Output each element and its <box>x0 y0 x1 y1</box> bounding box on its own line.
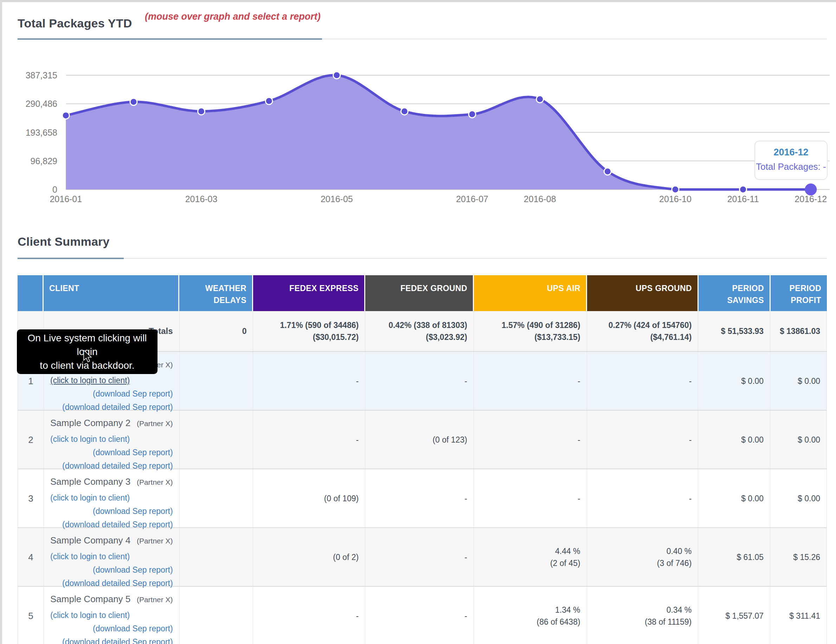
cell-weather <box>180 469 253 527</box>
x-axis-tick: 2016-12 <box>782 194 836 204</box>
download-report-link[interactable]: (download Sep report) <box>93 563 173 577</box>
cell-ups_ground: - <box>587 352 699 410</box>
column-header-ups_ground: UPS GROUND <box>587 275 699 311</box>
cell-fedex_express: - <box>253 352 365 410</box>
chart-title-divider-accent <box>18 38 322 40</box>
cell-period_profit: $ 13861.03 <box>770 311 826 351</box>
chart-tooltip-value: Total Packages: - <box>755 161 827 172</box>
cell-fedex_express: - <box>253 587 365 644</box>
client-partner: (Partner X) <box>137 416 173 431</box>
cell-fedex_ground: - <box>365 352 474 410</box>
client-partner: (Partner X) <box>137 592 173 607</box>
cell-ups_air: - <box>474 469 587 527</box>
login-link[interactable]: (click to login to client) <box>50 491 130 504</box>
data-point[interactable] <box>130 98 137 106</box>
data-point[interactable] <box>333 72 340 79</box>
client-summary-title: Client Summary <box>18 235 110 248</box>
data-point[interactable] <box>265 97 273 104</box>
y-axis-tick: 96,829 <box>7 156 57 166</box>
client-name: Sample Company 4 <box>50 533 131 548</box>
cell-weather: 0 <box>180 311 253 351</box>
download-detailed-report-link[interactable]: (download detailed Sep report) <box>62 635 173 644</box>
cell-client: Sample Company 4(Partner X)(click to log… <box>44 528 180 586</box>
cell-ups_ground: 0.27% (424 of 154760) ($4,761.14) <box>587 311 699 351</box>
row-number: 4 <box>18 528 44 586</box>
cell-ups_ground: 0.34 % (38 of 11159) <box>587 587 699 644</box>
x-axis-tick: 2016-07 <box>444 194 500 204</box>
login-link[interactable]: (click to login to client) <box>50 374 130 387</box>
cell-client: Sample Company 5(Partner X)(click to log… <box>44 587 180 644</box>
cell-period_profit: $ 0.00 <box>770 352 826 410</box>
column-header-period_savings: PERIOD SAVINGS <box>699 275 771 311</box>
data-point[interactable] <box>604 168 611 175</box>
x-axis-tick: 2016-08 <box>512 194 568 204</box>
table-row: 2Sample Company 2(Partner X)(click to lo… <box>18 410 827 469</box>
series-line <box>66 75 811 189</box>
login-link[interactable]: (click to login to client) <box>50 432 130 446</box>
client-name: Sample Company 3 <box>50 474 131 489</box>
data-point[interactable] <box>537 96 544 103</box>
data-point[interactable] <box>469 111 476 118</box>
column-header-client: CLIENT <box>44 275 179 311</box>
data-point[interactable] <box>740 186 747 193</box>
x-axis-tick: 2016-11 <box>715 194 771 204</box>
y-axis-tick: 193,658 <box>7 127 57 138</box>
data-point[interactable] <box>62 112 69 119</box>
cell-period_savings: $ 0.00 <box>698 469 770 527</box>
cell-fedex_express: (0 of 109) <box>253 469 365 527</box>
cell-fedex_ground: 0.42% (338 of 81303) ($3,023.92) <box>365 311 474 351</box>
download-report-link[interactable]: (download Sep report) <box>93 622 173 635</box>
column-header-weather: WEATHER DELAYS <box>179 275 253 311</box>
cell-fedex_ground: - <box>365 528 474 586</box>
data-point[interactable] <box>672 186 679 193</box>
login-link[interactable]: (click to login to client) <box>50 608 130 622</box>
download-report-link[interactable]: (download Sep report) <box>93 446 173 459</box>
chart-instruction-note: (mouse over graph and select a report) <box>145 11 321 22</box>
chart-section-title: Total Packages YTD <box>18 16 132 30</box>
cell-ups_air: 4.44 % (2 of 45) <box>474 528 587 586</box>
x-axis-tick: 2016-05 <box>309 194 365 204</box>
cell-period_savings: $ 0.00 <box>698 411 770 469</box>
cell-fedex_ground: - <box>365 469 474 527</box>
cell-period_profit: $ 311.41 <box>770 587 826 644</box>
y-axis-tick: 290,486 <box>7 99 57 109</box>
cell-fedex_ground: (0 of 123) <box>365 411 474 469</box>
x-axis-tick: 2016-10 <box>647 194 704 204</box>
client-name: Sample Company 2 <box>50 416 131 430</box>
chart-tooltip-date: 2016-12 <box>755 147 827 158</box>
cell-fedex_express: 1.71% (590 of 34486) ($30,015.72) <box>253 311 365 351</box>
cell-period_savings: $ 1,557.07 <box>698 587 770 644</box>
data-point[interactable] <box>805 184 816 196</box>
column-header-num <box>18 275 44 311</box>
client-summary-divider <box>18 258 827 259</box>
cell-client: Sample Company 2(Partner X)(click to log… <box>44 411 180 469</box>
column-header-ups_air: UPS AIR <box>474 275 587 311</box>
cell-fedex_express: - <box>253 411 365 469</box>
data-point[interactable] <box>198 108 205 115</box>
column-header-period_profit: PERIOD PROFIT <box>771 275 827 311</box>
download-report-link[interactable]: (download Sep report) <box>93 504 173 518</box>
cell-period_profit: $ 0.00 <box>770 411 826 469</box>
data-point[interactable] <box>401 108 408 115</box>
x-axis-tick: 2016-03 <box>173 194 230 204</box>
column-header-fedex_express: FEDEX EXPRESS <box>253 275 365 311</box>
cell-weather <box>180 528 253 586</box>
column-header-fedex_ground: FEDEX GROUND <box>365 275 474 311</box>
chart-tooltip: 2016-12 Total Packages: - <box>754 140 828 180</box>
download-report-link[interactable]: (download Sep report) <box>93 387 173 400</box>
row-number: 3 <box>18 469 44 527</box>
window-edge-top <box>0 0 836 2</box>
cell-ups_air: - <box>474 411 587 469</box>
dashboard-page: Total Packages YTD (mouse over graph and… <box>0 0 836 644</box>
cell-ups_ground: - <box>587 411 699 469</box>
table-row: 5Sample Company 5(Partner X)(click to lo… <box>18 586 827 644</box>
login-link[interactable]: (click to login to client) <box>50 550 130 563</box>
cell-ups_air: - <box>474 352 587 410</box>
window-edge-left <box>0 0 2 644</box>
mouse-cursor-icon <box>83 350 95 364</box>
cell-ups_air: 1.57% (490 of 31286) ($13,733.15) <box>474 311 587 351</box>
area-fill <box>66 75 811 189</box>
cell-fedex_express: (0 of 2) <box>253 528 365 586</box>
y-axis-tick: 0 <box>7 184 57 195</box>
table-row: 3Sample Company 3(Partner X)(click to lo… <box>18 469 827 527</box>
